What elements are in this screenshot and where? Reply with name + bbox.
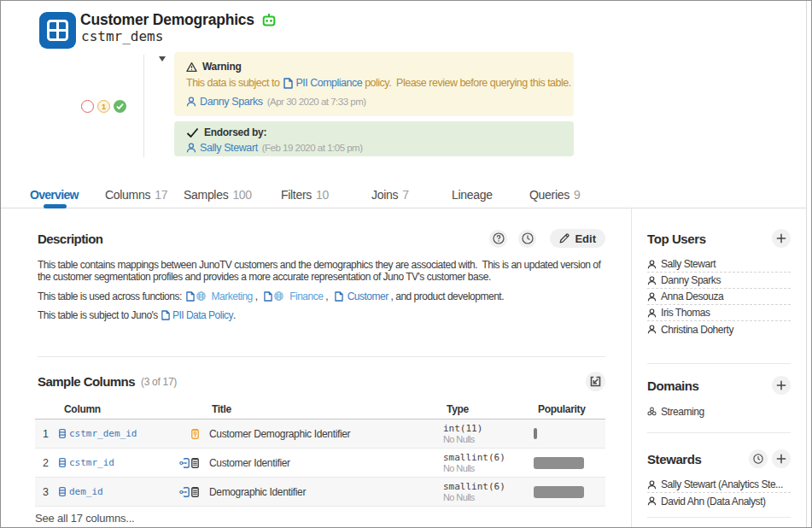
table-row[interactable]: 3 dem_id Demographic Identifier smallint… xyxy=(35,478,605,507)
warning-message-prefix: This data is subject to xyxy=(186,77,279,90)
row-index: 1 xyxy=(35,428,59,440)
list-item[interactable]: David Ahn (Data Analyst) xyxy=(647,493,791,509)
customer-link[interactable]: Customer xyxy=(345,290,388,302)
column-name-cell: cstmr_id xyxy=(59,457,178,468)
tab-count: 100 xyxy=(232,188,251,208)
domains-section-head: Domains xyxy=(647,376,791,395)
finance-link[interactable]: Finance xyxy=(287,290,323,302)
sidebar-divider xyxy=(647,363,791,364)
table-body: 1 cstmr_dem_id Customer Demographic Iden… xyxy=(35,419,605,507)
warning-attribution: Danny Sparks (Apr 30 2020 at 7:33 pm) xyxy=(186,95,562,108)
tab-label: Joins xyxy=(371,188,398,208)
check-icon xyxy=(116,103,124,110)
collapse-flags-icon[interactable] xyxy=(159,56,166,62)
history-icon xyxy=(753,454,763,464)
status-red-icon[interactable] xyxy=(81,100,94,113)
tab-lineage[interactable]: Lineage xyxy=(452,188,493,208)
warning-timestamp: (Apr 30 2020 at 7:33 pm) xyxy=(267,97,366,107)
top-users-section-head: Top Users xyxy=(647,229,791,248)
list-item-label: Sally Stewart (Analytics Ste... xyxy=(661,478,783,490)
see-all-columns-link[interactable]: See all 17 columns... xyxy=(35,512,605,525)
sample-columns-table: Column Title Type Popularity 1 cstmr_dem… xyxy=(35,399,605,507)
object-name: cstmr_dems xyxy=(81,29,163,44)
scrollbar-gutter xyxy=(806,1,807,527)
warning-flag-title: Warning xyxy=(202,61,241,73)
list-item-label: Anna Desouza xyxy=(661,290,723,302)
warning-flag-header: Warning xyxy=(186,61,562,73)
column-nulls: No Nulls xyxy=(443,493,534,502)
tab-queries[interactable]: Queries9 xyxy=(529,188,580,208)
list-item-label: Streaming xyxy=(661,406,704,418)
sample-columns-count: (3 of 17) xyxy=(141,376,177,388)
add-steward-button[interactable] xyxy=(772,449,791,468)
add-domain-button[interactable] xyxy=(772,376,791,395)
column-name-link[interactable]: cstmr_dem_id xyxy=(69,428,137,439)
list-item[interactable]: Iris Thomas xyxy=(647,305,791,321)
column-name-link[interactable]: cstmr_id xyxy=(69,457,114,468)
list-item[interactable]: Anna Desouza xyxy=(647,289,791,305)
popularity-cell xyxy=(534,428,605,439)
globe-icon xyxy=(196,291,206,301)
popularity-bar xyxy=(534,428,537,439)
column-type: smallint(6) xyxy=(443,453,534,462)
help-button[interactable] xyxy=(489,230,507,248)
usage-separator: , xyxy=(253,290,260,302)
globe-icon xyxy=(274,291,283,301)
tab-count: 9 xyxy=(574,188,581,208)
column-icon xyxy=(59,487,66,496)
add-top-user-button[interactable] xyxy=(772,229,791,248)
tab-filters[interactable]: Filters10 xyxy=(281,188,329,208)
pii-data-policy-link[interactable]: PII Data Policy xyxy=(172,309,233,321)
edit-description-button[interactable]: Edit xyxy=(550,229,605,248)
domains-list: Streaming xyxy=(647,403,791,419)
table-row[interactable]: 1 cstmr_dem_id Customer Demographic Iden… xyxy=(35,419,605,449)
list-item[interactable]: Christina Doherty xyxy=(647,321,791,337)
domains-heading: Domains xyxy=(647,378,699,393)
list-item[interactable]: Streaming xyxy=(647,403,791,419)
warning-triangle-icon xyxy=(186,62,197,73)
tab-label: Filters xyxy=(281,188,312,208)
description-heading: Description xyxy=(38,232,102,246)
person-icon xyxy=(186,97,196,107)
robot-icon xyxy=(262,13,276,26)
stewards-history-button[interactable] xyxy=(749,449,768,468)
description-policy-line: This table is subject to Juno'sPII Data … xyxy=(38,308,605,321)
list-item[interactable]: Danny Sparks xyxy=(647,273,791,289)
history-button[interactable] xyxy=(518,230,536,248)
sample-columns-section: Sample Columns (3 of 17) Column Title Ty… xyxy=(38,372,605,525)
row-index: 2 xyxy=(35,457,59,469)
usage-separator: , xyxy=(323,290,330,302)
tab-label: Lineage xyxy=(452,188,493,208)
description-section: Description Edit This table contains map… xyxy=(38,229,605,357)
tab-overview[interactable]: Overview xyxy=(30,188,79,208)
pii-compliance-link[interactable]: PII Compliance xyxy=(295,77,362,90)
status-warning-icon[interactable]: 1 xyxy=(97,100,110,113)
column-icon xyxy=(59,458,66,467)
tab-columns[interactable]: Columns17 xyxy=(105,188,167,208)
help-icon xyxy=(493,232,505,244)
tab-samples[interactable]: Samples100 xyxy=(184,188,252,208)
column-type-cell: int(11)No Nulls xyxy=(443,424,534,444)
list-item[interactable]: Sally Stewart (Analytics Ste... xyxy=(647,477,791,493)
table-row[interactable]: 2 cstmr_id Customer Identifier smallint(… xyxy=(35,449,605,478)
edit-button-label: Edit xyxy=(575,232,596,245)
list-item-label: Christina Doherty xyxy=(661,324,733,336)
column-header-type: Type xyxy=(443,403,534,415)
warning-author-link[interactable]: Danny Sparks xyxy=(200,96,263,108)
endorsement-flag-header: Endorsed by: xyxy=(186,126,562,138)
usage-prefix: This table is used across functions: xyxy=(38,290,182,302)
column-type-cell: smallint(6)No Nulls xyxy=(443,453,534,473)
tab-joins[interactable]: Joins7 xyxy=(371,188,409,208)
foreign-key-icon xyxy=(179,487,190,497)
edit-sample-columns-button[interactable] xyxy=(586,372,605,391)
status-check-icon[interactable] xyxy=(114,100,126,113)
list-item[interactable]: Sally Stewart xyxy=(647,256,791,273)
plus-icon xyxy=(776,380,786,390)
column-icon xyxy=(59,429,66,438)
person-icon xyxy=(186,143,196,153)
endorser-link[interactable]: Sally Stewart xyxy=(200,142,258,154)
marketing-link[interactable]: Marketing xyxy=(209,290,253,302)
stewards-list: Sally Stewart (Analytics Ste...David Ahn… xyxy=(647,477,791,509)
column-name-link[interactable]: dem_id xyxy=(69,486,103,497)
popularity-bar xyxy=(534,457,584,469)
